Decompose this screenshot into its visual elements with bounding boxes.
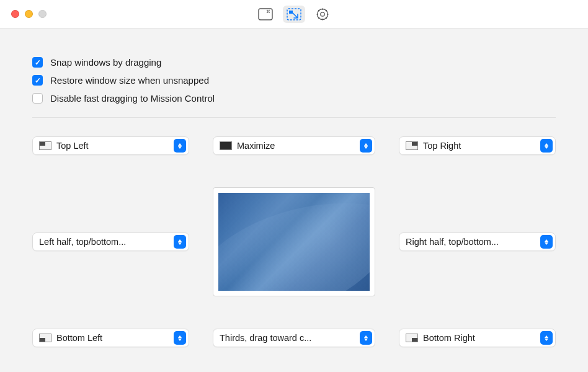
checkbox-row-snap-dragging: Snap windows by dragging: [32, 57, 556, 68]
tab-snap[interactable]: [283, 6, 305, 23]
top-right-quarter-icon: [406, 141, 418, 150]
zone-popup-top-left[interactable]: Top Left: [32, 136, 189, 155]
popup-arrows-icon: [540, 139, 553, 153]
svg-text:⌘: ⌘: [266, 9, 270, 14]
popup-arrows-icon: [540, 235, 553, 249]
zoom-window-button[interactable]: [38, 10, 47, 18]
content-pane: Snap windows by dragging Restore window …: [0, 29, 588, 372]
zone-label: Top Left: [56, 141, 170, 151]
zone-popup-top-center[interactable]: Maximize: [213, 136, 375, 155]
gear-icon: [316, 7, 329, 21]
checkbox-row-disable-fast: Disable fast dragging to Mission Control: [32, 93, 556, 104]
maximize-icon: [220, 141, 232, 150]
divider: [32, 117, 556, 118]
checkbox-label: Disable fast dragging to Mission Control: [50, 93, 215, 104]
zone-popup-bot-right[interactable]: Bottom Right: [399, 329, 556, 347]
snap-icon: [286, 7, 302, 21]
zone-label: Right half, top/bottom...: [406, 237, 537, 247]
checkbox-row-restore-size: Restore window size when unsnapped: [32, 75, 556, 86]
zone-popup-mid-right[interactable]: Right half, top/bottom...: [399, 232, 556, 251]
popup-arrows-icon: [360, 139, 372, 153]
zone-popup-mid-left[interactable]: Left half, top/bottom...: [32, 232, 189, 251]
bottom-right-quarter-icon: [406, 334, 418, 342]
checkbox-label: Snap windows by dragging: [50, 57, 161, 68]
zone-label: Maximize: [237, 141, 356, 151]
popup-arrows-icon: [174, 139, 186, 153]
popup-arrows-icon: [360, 331, 372, 345]
tab-settings[interactable]: [311, 6, 334, 23]
zone-label: Left half, top/bottom...: [39, 237, 170, 247]
titlebar: ⌘: [0, 0, 588, 29]
zone-label: Thirds, drag toward c...: [220, 333, 356, 343]
close-window-button[interactable]: [11, 10, 19, 18]
zone-popup-bot-center[interactable]: Thirds, drag toward c...: [213, 329, 375, 347]
tab-keyboard[interactable]: ⌘: [254, 6, 277, 23]
zone-popup-bot-left[interactable]: Bottom Left: [32, 329, 189, 347]
minimize-window-button[interactable]: [25, 10, 33, 18]
zone-label: Top Right: [423, 141, 537, 151]
zone-label: Bottom Right: [423, 333, 537, 343]
traffic-lights: [11, 10, 47, 18]
popup-arrows-icon: [540, 331, 553, 345]
popup-arrows-icon: [174, 235, 186, 249]
checkbox-label: Restore window size when unsnapped: [50, 75, 209, 86]
checkbox-disable-fast[interactable]: [32, 93, 43, 104]
top-left-quarter-icon: [39, 141, 51, 150]
keyboard-icon: ⌘: [258, 8, 273, 20]
desktop-thumbnail: [218, 193, 370, 291]
zone-popup-top-right[interactable]: Top Right: [399, 136, 556, 155]
checkbox-restore-size[interactable]: [32, 75, 43, 86]
snap-zones-grid: Top Left Maximize Top Right Left half, t…: [32, 136, 556, 347]
svg-rect-3: [289, 11, 293, 14]
bottom-left-quarter-icon: [39, 334, 51, 342]
zone-label: Bottom Left: [56, 333, 170, 343]
screen-preview: [213, 187, 375, 296]
popup-arrows-icon: [174, 331, 186, 345]
svg-point-5: [321, 12, 324, 16]
checkbox-snap-dragging[interactable]: [32, 57, 43, 68]
toolbar-tabs: ⌘: [254, 6, 334, 23]
